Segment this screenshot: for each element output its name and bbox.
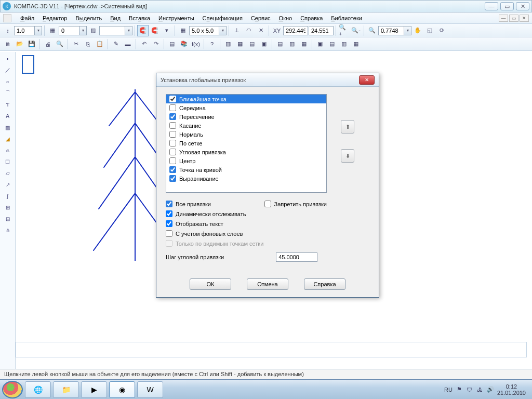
edit7-icon[interactable]: ⊞ [2,202,14,212]
layer-input[interactable] [59,26,79,35]
menu-insert[interactable]: Вставка [125,14,154,22]
lang-indicator[interactable]: RU [444,387,453,393]
undo-icon[interactable]: ↶ [138,38,150,50]
edit4-icon[interactable]: ▱ [2,168,14,178]
help-icon[interactable]: ? [206,38,218,50]
snap-settings-icon[interactable]: ▾ [161,25,172,36]
angle-step-input[interactable] [276,252,317,262]
copy-icon[interactable]: ⎘ [82,38,94,50]
view7-icon[interactable]: ▦ [298,38,310,50]
edit9-icon[interactable]: ⋔ [2,225,14,235]
layer-combo[interactable]: ▾ [59,26,87,35]
menu-select[interactable]: Выделить [72,14,105,22]
dialog-close-button[interactable]: ✕ [359,75,375,85]
menu-tools[interactable]: Инструменты [155,14,198,22]
new-icon[interactable]: 🗎 [2,38,14,50]
mdi-close[interactable]: ✕ [520,15,529,22]
snap-item-checkbox[interactable] [169,140,176,147]
function-icon[interactable]: f(x) [190,38,202,50]
view5-icon[interactable]: ▤ [274,38,286,50]
snap-item-4[interactable]: Нормаль [166,130,326,139]
hatch-tool-icon[interactable]: ▨ [2,122,14,132]
snap-item-checkbox[interactable] [169,113,176,120]
coord-x[interactable] [283,26,308,35]
scale-combo[interactable]: ▾ [14,26,42,35]
move-down-button[interactable]: ⬇ [341,149,354,163]
snap-item-8[interactable]: Точка на кривой [166,165,326,174]
bg-layers-checkbox[interactable] [166,230,172,237]
close-button[interactable]: ✕ [516,2,529,10]
zoom-all-icon[interactable]: ◱ [424,25,435,36]
menu-file[interactable]: Файл [17,14,38,22]
view9-icon[interactable]: ▤ [326,38,338,50]
view4-icon[interactable]: ▣ [258,38,270,50]
zoom-in-icon[interactable]: 🔍+ [338,25,350,36]
menu-window[interactable]: Окно [275,14,296,22]
open-icon[interactable]: 📂 [14,38,25,50]
zoom-input[interactable] [378,26,404,35]
snap-item-checkbox[interactable] [169,157,176,164]
props-icon[interactable]: ✎ [110,38,122,50]
snap-item-5[interactable]: По сетке [166,139,326,148]
edit6-icon[interactable]: ∫ [2,191,14,201]
edit2-icon[interactable]: ⎌ [2,145,14,155]
snap-item-checkbox[interactable] [169,131,176,138]
dim-tool-icon[interactable]: A [2,111,14,121]
view1-icon[interactable]: ▥ [222,38,234,50]
layers-icon[interactable]: ▦ [47,25,58,36]
ok-button[interactable]: ОК [190,278,231,290]
round-icon[interactable]: ◠ [243,25,255,36]
menu-edit[interactable]: Редактор [39,14,71,22]
menu-help[interactable]: Справка [297,14,326,22]
pan-icon[interactable]: ✋ [412,25,423,36]
arc-tool-icon[interactable]: ⌒ [2,88,14,98]
coord-y[interactable] [309,26,334,35]
show-text-checkbox[interactable] [166,220,172,227]
ortho-icon[interactable]: ⊥ [231,25,243,36]
view6-icon[interactable]: ▥ [286,38,298,50]
snap-magnet-icon[interactable]: 🧲 [137,25,149,36]
menu-service[interactable]: Сервис [247,14,274,22]
tray-volume-icon[interactable]: 🔊 [487,386,494,393]
hatch-icon[interactable]: ▨ [87,25,99,36]
paste-icon[interactable]: 📋 [94,38,105,50]
taskbar-kompas[interactable]: ◉ [109,381,135,398]
taskbar-word[interactable]: W [137,381,163,398]
redo-icon[interactable]: ↷ [150,38,162,50]
snap-item-checkbox[interactable] [169,122,176,129]
dropdown-icon[interactable]: ▾ [79,26,87,35]
text-tool-icon[interactable]: Ƭ [2,99,14,110]
cut-icon[interactable]: ✂ [70,38,82,50]
snap-item-9[interactable]: Выравнивание [166,174,326,183]
save-icon[interactable]: 💾 [26,38,37,50]
taskbar-ie[interactable]: 🌐 [25,381,51,398]
tray-antivirus-icon[interactable]: 🛡 [466,386,473,393]
view3-icon[interactable]: ▤ [246,38,258,50]
cancel-button[interactable]: Отмена [247,278,288,290]
snap-item-checkbox[interactable] [169,166,176,173]
tray-flag-icon[interactable]: ⚑ [456,386,463,393]
scale-input[interactable] [14,26,35,35]
snap-item-6[interactable]: Угловая привязка [166,148,326,156]
align-left-icon[interactable]: ↕ [2,25,14,36]
snap-item-checkbox[interactable] [169,149,176,155]
start-button[interactable] [2,381,23,398]
dynamic-track-checkbox[interactable] [166,210,172,217]
forbid-snaps-checkbox[interactable] [264,201,271,207]
zoom-window-icon[interactable]: 🔍 [366,25,378,36]
minimize-button[interactable]: — [485,2,498,10]
preview-icon[interactable]: 🔍 [54,38,65,50]
edit8-icon[interactable]: ⊟ [2,214,14,224]
snap-item-2[interactable]: Пересечение [166,112,326,121]
delete-icon[interactable]: ▬ [122,38,134,50]
xy-icon[interactable]: XY [271,25,283,36]
specifications-icon[interactable]: ▤ [166,38,178,50]
move-up-button[interactable]: ⬆ [341,120,354,134]
edit5-icon[interactable]: ↗ [2,179,14,190]
all-snaps-checkbox[interactable] [166,201,172,207]
grid-input[interactable] [189,26,219,35]
edit1-icon[interactable]: ◢ [2,134,14,144]
snap-item-1[interactable]: Середина [166,103,326,112]
taskbar-wmp[interactable]: ▶ [81,381,107,398]
taskbar-clock[interactable]: 0:12 21.01.2010 [497,383,526,396]
